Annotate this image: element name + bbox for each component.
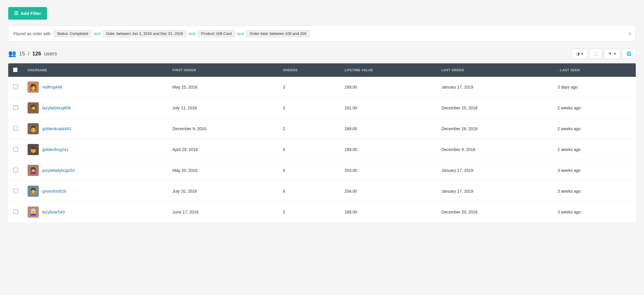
row-orders: 4 xyxy=(278,181,340,202)
row-last-order: December 20, 2016 xyxy=(437,202,553,223)
row-checkbox[interactable] xyxy=(13,126,18,131)
username-text[interactable]: lazyladybug656 xyxy=(42,106,71,110)
avatar: 🧔 xyxy=(28,102,39,113)
row-checkbox-cell xyxy=(8,77,23,98)
table-row: 👨 goldenkoala463 December 9, 2016 2 189.… xyxy=(8,118,636,139)
username-text[interactable]: lazybear543 xyxy=(42,210,65,214)
row-checkbox-cell xyxy=(8,160,23,181)
view-chevron: ▾ xyxy=(614,51,616,56)
row-last-seen: 3 weeks ago xyxy=(553,202,636,223)
header-first-order: FIRST ORDER xyxy=(168,63,278,77)
row-checkbox[interactable] xyxy=(13,147,18,152)
filter-chip-status[interactable]: Status: Completed xyxy=(54,30,92,37)
avatar: 🧑‍🦱 xyxy=(28,186,39,197)
username-text[interactable]: greenlion929 xyxy=(42,189,66,194)
filter-and-2: and xyxy=(188,31,196,36)
header-checkbox-col xyxy=(8,63,23,77)
row-orders: 2 xyxy=(278,202,340,223)
username-text[interactable]: goldenkoala463 xyxy=(42,126,71,131)
filter-bar: Placed an order with Status: Completed a… xyxy=(8,26,636,42)
select-all-checkbox[interactable] xyxy=(13,67,18,72)
row-first-order: July 20, 2016 xyxy=(168,181,278,202)
row-orders: 4 xyxy=(278,160,340,181)
avatar: 👩‍🦳 xyxy=(28,206,39,218)
row-last-order: December 25, 2018 xyxy=(437,98,553,118)
row-checkbox[interactable] xyxy=(13,168,18,172)
row-last-seen: 2 weeks ago xyxy=(553,139,636,160)
chart-chevron: ▾ xyxy=(581,51,583,56)
row-checkbox[interactable] xyxy=(13,209,18,214)
row-last-seen: 2 weeks ago xyxy=(553,98,636,118)
header-last-seen[interactable]: ↓ LAST SEEN xyxy=(553,63,636,77)
filter-chip-total[interactable]: Order total: between 100 and 200 xyxy=(246,30,310,37)
username-text[interactable]: goldenfrog241 xyxy=(42,147,69,152)
header-last-order: LAST ORDER xyxy=(437,63,553,77)
row-checkbox-cell xyxy=(8,98,23,118)
eye-icon: 👁 xyxy=(608,51,612,56)
view-button[interactable]: 👁 ▾ xyxy=(604,49,620,59)
row-username-cell: 👦 goldenfrog241 xyxy=(23,139,168,160)
row-checkbox[interactable] xyxy=(13,84,18,89)
row-lifetime-value: 189.00 xyxy=(340,118,437,139)
row-last-order: December 9, 2018 xyxy=(437,139,553,160)
users-current: 15 xyxy=(19,51,25,57)
row-checkbox-cell xyxy=(8,202,23,223)
row-first-order: December 9, 2016 xyxy=(168,118,278,139)
row-checkbox[interactable] xyxy=(13,189,18,193)
avatar: 👩 xyxy=(28,82,39,93)
chart-button[interactable]: ◑ ▾ xyxy=(572,49,588,59)
row-username-cell: 🧔 lazyladybug656 xyxy=(23,98,168,118)
username-text[interactable]: redfrog446 xyxy=(42,85,62,89)
export-button[interactable]: ⬚ xyxy=(589,49,602,59)
row-last-seen: 3 weeks ago xyxy=(553,160,636,181)
users-row: 👥 15 / 126 users ◑ ▾ ⬚ 👁 ▾ 🌐 xyxy=(8,49,636,59)
row-last-order: January 17, 2019 xyxy=(437,160,553,181)
row-lifetime-value: 189.00 xyxy=(340,77,437,98)
users-separator: / xyxy=(28,51,29,57)
toolbar-buttons: ◑ ▾ ⬚ 👁 ▾ 🌐 xyxy=(572,49,636,59)
row-last-order: January 17, 2019 xyxy=(437,77,553,98)
row-lifetime-value: 189.00 xyxy=(340,202,437,223)
row-lifetime-value: 189.00 xyxy=(340,139,437,160)
row-username-cell: 👩‍🦱 purpleladybug202 xyxy=(23,160,168,181)
users-total: 126 xyxy=(32,51,41,57)
row-last-order: December 28, 2018 xyxy=(437,118,553,139)
row-checkbox-cell xyxy=(8,139,23,160)
table-row: 👩‍🦱 purpleladybug202 May 20, 2016 4 203.… xyxy=(8,160,636,181)
users-table: USERNAME FIRST ORDER ORDERS LIFETIME VAL… xyxy=(8,63,636,222)
row-lifetime-value: 191.00 xyxy=(340,98,437,118)
users-count: 👥 15 / 126 users xyxy=(8,50,57,57)
row-first-order: April 29, 2016 xyxy=(168,139,278,160)
filter-close-button[interactable]: × xyxy=(628,31,631,36)
username-text[interactable]: purpleladybug202 xyxy=(42,168,75,173)
row-last-order: January 17, 2019 xyxy=(437,181,553,202)
filter-chip-date[interactable]: Date: between Jan 1, 2016 and Dec 31, 20… xyxy=(103,30,186,37)
table-row: 🧔 lazyladybug656 July 11, 2016 3 191.00 … xyxy=(8,98,636,118)
row-orders: 3 xyxy=(278,77,340,98)
add-filter-label: Add Filter xyxy=(21,11,41,16)
users-icon: 👥 xyxy=(8,50,16,57)
globe-button[interactable]: 🌐 xyxy=(622,49,636,59)
row-username-cell: 🧑‍🦱 greenlion929 xyxy=(23,181,168,202)
row-username-cell: 👩 redfrog446 xyxy=(23,77,168,98)
row-last-seen: 2 weeks ago xyxy=(553,118,636,139)
row-orders: 3 xyxy=(278,98,340,118)
row-first-order: May 20, 2016 xyxy=(168,160,278,181)
row-username-cell: 👨 goldenkoala463 xyxy=(23,118,168,139)
table-row: 🧑‍🦱 greenlion929 July 20, 2016 4 204.00 … xyxy=(8,181,636,202)
filter-and-1: and xyxy=(93,31,101,36)
header-lifetime-value: LIFETIME VALUE xyxy=(340,63,437,77)
row-username-cell: 👩‍🦳 lazybear543 xyxy=(23,202,168,223)
row-checkbox[interactable] xyxy=(13,105,18,110)
add-filter-button[interactable]: ☰ Add Filter xyxy=(8,7,47,20)
header-username: USERNAME xyxy=(23,63,168,77)
avatar: 👦 xyxy=(28,144,39,155)
row-checkbox-cell xyxy=(8,118,23,139)
page: ☰ Add Filter Placed an order with Status… xyxy=(0,0,644,229)
filter-chip-product[interactable]: Product: Gift Card xyxy=(198,30,235,37)
filter-icon: ☰ xyxy=(14,11,18,16)
row-first-order: June 17, 2016 xyxy=(168,202,278,223)
table-row: 👦 goldenfrog241 April 29, 2016 4 189.00 … xyxy=(8,139,636,160)
sort-icon: ↓ xyxy=(558,68,559,72)
row-last-seen: 3 weeks ago xyxy=(553,181,636,202)
